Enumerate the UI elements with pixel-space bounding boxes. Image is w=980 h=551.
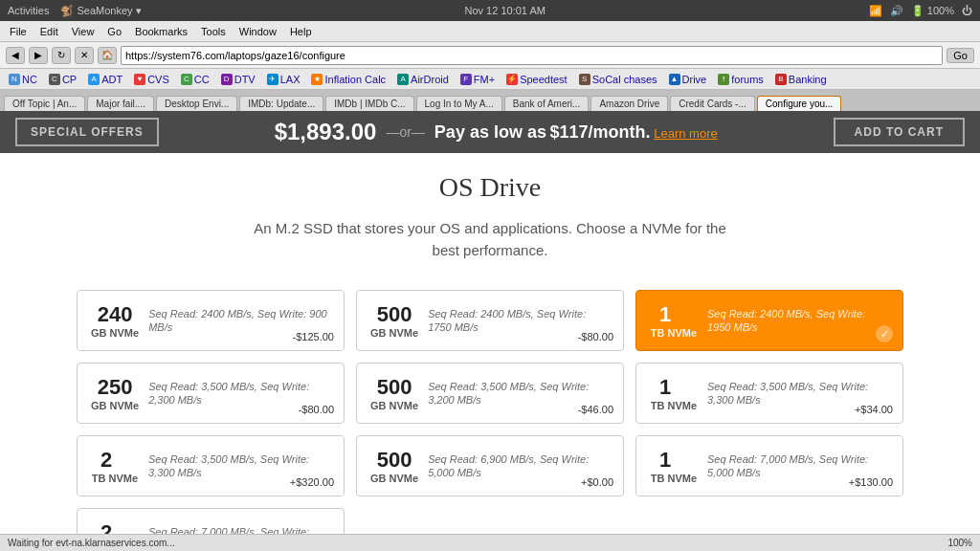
tab-off-topic[interactable]: Off Topic | An... xyxy=(4,96,85,111)
option-250gb[interactable]: 250 GB NVMe Seq Read: 3,500 MB/s, Seq Wr… xyxy=(77,363,345,424)
bookmark-speedtest[interactable]: ⚡Speedtest xyxy=(501,72,572,87)
option-speed-500-3500: Seq Read: 3,500 MB/s, Seq Write: 3,200 M… xyxy=(428,381,589,406)
option-size-250: 250 xyxy=(98,375,133,400)
menu-file[interactable]: File xyxy=(4,24,33,39)
option-info-2tb-3500: Seq Read: 3,500 MB/s, Seq Write: 3,300 M… xyxy=(148,452,330,479)
tab-login[interactable]: Log In to My A... xyxy=(416,96,502,111)
menu-window[interactable]: Window xyxy=(234,24,282,39)
option-unit-1tb-7000: TB NVMe xyxy=(651,473,697,484)
option-price-1tb-7000: +$130.00 xyxy=(849,476,893,488)
option-1tb-3500[interactable]: 1 TB NVMe Seq Read: 3,500 MB/s, Seq Writ… xyxy=(635,363,903,424)
back-button[interactable]: ◀ xyxy=(6,47,25,64)
option-1tb-selected[interactable]: 1 TB NVMe Seq Read: 2400 MB/s, Seq Write… xyxy=(635,290,903,351)
bookmark-airdroid[interactable]: A AirDroid xyxy=(392,72,454,87)
reload-button[interactable]: ↻ xyxy=(52,47,71,64)
option-unit-2tb-3500: TB NVMe xyxy=(92,473,138,484)
size-label-500-2400: 500 GB NVMe xyxy=(370,302,418,339)
size-label-2tb-3500: 2 TB NVMe xyxy=(91,448,139,484)
pay-as-low-label: Pay as low as xyxy=(434,122,546,142)
page-title: OS Drive xyxy=(77,172,903,203)
option-speed-2tb-3500: Seq Read: 3,500 MB/s, Seq Write: 3,300 M… xyxy=(148,453,309,478)
option-info-1tb-3500: Seq Read: 3,500 MB/s, Seq Write: 3,300 M… xyxy=(707,380,889,407)
option-size-500-3500: 500 xyxy=(377,375,412,400)
option-1tb-7000[interactable]: 1 TB NVMe Seq Read: 7,000 MB/s, Seq Writ… xyxy=(635,435,903,496)
option-info-240: Seq Read: 2400 MB/s, Seq Write: 900 MB/s xyxy=(148,307,330,334)
size-label-240: 240 GB NVMe xyxy=(91,302,139,339)
tab-desktop[interactable]: Desktop Envi... xyxy=(156,96,237,111)
option-2tb-3500[interactable]: 2 TB NVMe Seq Read: 3,500 MB/s, Seq Writ… xyxy=(77,435,345,496)
option-2tb-7000[interactable]: 2 TB NVMe Seq Read: 7,000 MB/s, Seq Writ… xyxy=(77,508,345,534)
bookmark-banking[interactable]: B Banking xyxy=(770,72,832,87)
menu-bar: File Edit View Go Bookmarks Tools Window… xyxy=(0,21,980,42)
home-button[interactable]: 🏠 xyxy=(98,47,117,64)
activities-label[interactable]: Activities xyxy=(8,5,49,16)
tab-imdb-update[interactable]: IMDb: Update... xyxy=(239,96,323,111)
option-info-2tb-7000: Seq Read: 7,000 MB/s, Seq Write: 5,100 M… xyxy=(148,525,330,534)
option-speed-1tb-3500: Seq Read: 3,500 MB/s, Seq Write: 3,300 M… xyxy=(707,381,868,406)
option-speed-2tb-7000: Seq Read: 7,000 MB/s, Seq Write: 5,100 M… xyxy=(148,526,309,534)
option-500gb-3500[interactable]: 500 GB NVMe Seq Read: 3,500 MB/s, Seq Wr… xyxy=(356,363,624,424)
tab-credit[interactable]: Credit Cards -... xyxy=(670,96,755,111)
options-grid: 240 GB NVMe Seq Read: 2400 MB/s, Seq Wri… xyxy=(77,290,903,534)
menu-view[interactable]: View xyxy=(66,24,100,39)
option-info-500-6900: Seq Read: 6,900 MB/s, Seq Write: 5,000 M… xyxy=(428,452,610,479)
page-main: OS Drive An M.2 SSD that stores your OS … xyxy=(0,153,980,534)
option-500gb-6900[interactable]: 500 GB NVMe Seq Read: 6,900 MB/s, Seq Wr… xyxy=(356,435,624,496)
stop-button[interactable]: ✕ xyxy=(75,47,94,64)
tab-amazon[interactable]: Amazon Drive xyxy=(590,96,668,111)
url-input[interactable] xyxy=(121,46,943,65)
bookmark-cvs[interactable]: ♥ CVS xyxy=(129,72,174,87)
battery-icon: 🔋 100% xyxy=(911,5,954,17)
learn-more-link[interactable]: Learn more xyxy=(654,126,717,141)
add-to-cart-button[interactable]: ADD TO CART xyxy=(834,118,965,146)
go-button[interactable]: Go xyxy=(947,48,974,63)
power-icon[interactable]: ⏻ xyxy=(962,5,972,16)
price-monthly: Pay as low as $117/month. Learn more xyxy=(434,122,718,143)
option-500gb-2400[interactable]: 500 GB NVMe Seq Read: 2400 MB/s, Seq Wri… xyxy=(356,290,624,351)
menu-edit[interactable]: Edit xyxy=(34,24,64,39)
tabs-bar: Off Topic | An... Major fail.... Desktop… xyxy=(0,90,980,111)
bookmark-inflation[interactable]: ★ Inflation Calc xyxy=(306,72,390,87)
tab-configure[interactable]: Configure you... xyxy=(757,96,842,111)
option-size-1tb: 1 xyxy=(659,302,688,327)
bookmark-cc[interactable]: C CC xyxy=(176,72,214,87)
seamonkey-menu[interactable]: 🐒 SeaMonkey ▾ xyxy=(60,5,141,17)
option-240gb[interactable]: 240 GB NVMe Seq Read: 2400 MB/s, Seq Wri… xyxy=(77,290,345,351)
bookmark-nc[interactable]: N NC xyxy=(4,72,42,87)
bookmark-adt[interactable]: A ADT xyxy=(83,72,127,87)
bookmark-socal[interactable]: S SoCal chases xyxy=(574,72,662,87)
tab-bank[interactable]: Bank of Ameri... xyxy=(504,96,590,111)
option-info-500-3500: Seq Read: 3,500 MB/s, Seq Write: 3,200 M… xyxy=(428,380,610,407)
menu-help[interactable]: Help xyxy=(284,24,318,39)
size-label-1tb: 1 TB NVMe xyxy=(650,302,698,339)
option-price-240: -$125.00 xyxy=(293,331,334,342)
option-size-240: 240 xyxy=(98,302,133,327)
url-bar: ◀ ▶ ↻ ✕ 🏠 Go xyxy=(0,42,980,69)
option-size-1tb-3500: 1 xyxy=(659,375,688,400)
bookmark-drive[interactable]: ▲ Drive xyxy=(664,72,712,87)
forward-button[interactable]: ▶ xyxy=(29,47,48,64)
option-info-250: Seq Read: 3,500 MB/s, Seq Write: 2,300 M… xyxy=(148,380,330,407)
menu-go[interactable]: Go xyxy=(101,24,127,39)
option-size-500-2400: 500 xyxy=(377,302,412,327)
bookmark-dtv[interactable]: D DTV xyxy=(216,72,260,87)
price-center: $1,893.00 —or— Pay as low as $117/month.… xyxy=(275,119,718,145)
bookmark-cp[interactable]: C CP xyxy=(44,72,81,87)
bookmark-lax[interactable]: ✈ LAX xyxy=(262,72,305,87)
price-main: $1,893.00 xyxy=(275,119,377,145)
option-speed-500-6900: Seq Read: 6,900 MB/s, Seq Write: 5,000 M… xyxy=(428,453,589,478)
tab-major-fail[interactable]: Major fail.... xyxy=(87,96,154,111)
menu-bookmarks[interactable]: Bookmarks xyxy=(129,24,193,39)
option-speed-1tb-7000: Seq Read: 7,000 MB/s, Seq Write: 5,000 M… xyxy=(707,453,868,478)
size-label-1tb-3500: 1 TB NVMe xyxy=(650,375,698,411)
option-unit-500-2400: GB NVMe xyxy=(370,327,418,339)
option-size-2tb-7000: 2 xyxy=(100,520,129,534)
bookmark-fm[interactable]: F FM+ xyxy=(456,72,500,87)
bookmark-forums[interactable]: fforums xyxy=(713,72,768,87)
tab-imdb-c[interactable]: IMDb | IMDb C... xyxy=(325,96,413,111)
status-bar: Waiting for evt-na.klarnaservices.com...… xyxy=(0,534,980,551)
special-offers-button[interactable]: SPECIAL OFFERS xyxy=(15,118,159,146)
zoom-level: 100% xyxy=(947,538,972,548)
menu-tools[interactable]: Tools xyxy=(195,24,232,39)
size-label-2tb-7000: 2 TB NVMe xyxy=(91,520,139,534)
